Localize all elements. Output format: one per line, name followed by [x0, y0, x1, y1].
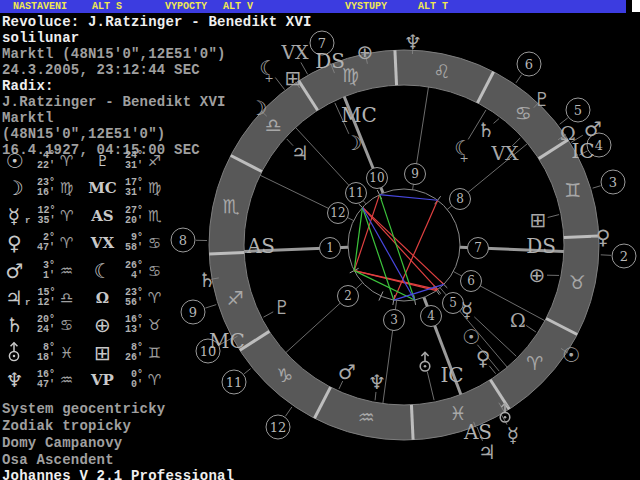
house-number-5: 5 — [449, 296, 457, 310]
radix-house-5: 5 — [574, 103, 582, 118]
house-number-2: 2 — [344, 289, 352, 303]
planet-neptune-icon: ♆ — [368, 370, 386, 394]
radix-house-leader — [593, 186, 601, 188]
radix-moon-icon: ☽ — [249, 96, 267, 120]
axis-label-ds: DS — [526, 234, 556, 258]
radix-venus-icon: ♀ — [596, 225, 611, 249]
house-number-6: 6 — [467, 274, 475, 288]
zodiac-taurus-icon: ♉ — [568, 271, 585, 293]
house-number-12: 12 — [330, 206, 345, 220]
planet-vx-icon: VX — [490, 142, 519, 164]
zodiac-sagittarius-icon: ♐ — [227, 287, 244, 309]
planet-mercury-icon: ☿ — [461, 298, 473, 322]
radix-house-leader — [601, 255, 611, 256]
radix-house-3: 3 — [609, 175, 617, 190]
radix-house-leader — [516, 75, 522, 83]
house-number-4: 4 — [427, 309, 435, 323]
radix-house-11: 11 — [226, 375, 243, 390]
planet-saturn-icon: ♄ — [477, 118, 495, 142]
radix-house-9: 9 — [189, 305, 197, 320]
radix-axis-mc: MC — [209, 329, 245, 353]
radix-house-12: 12 — [270, 420, 287, 435]
house-number-3: 3 — [390, 313, 398, 327]
radix-house-leader — [244, 369, 250, 374]
planet-fortune-icon: ⊕ — [529, 263, 546, 287]
house-number-9: 9 — [411, 167, 419, 181]
radix-pars-icon: ⊞ — [285, 66, 302, 90]
radix-house-leader — [205, 305, 216, 308]
sign-boundary — [209, 252, 244, 254]
zodiac-capricorn-icon: ♑ — [276, 364, 293, 386]
axis-label-as: AS — [246, 234, 275, 258]
radix-saturn-icon: ♄ — [198, 268, 216, 292]
radix-house-8: 8 — [179, 233, 187, 248]
planet-moon-icon: ☽ — [344, 131, 362, 155]
house-number-7: 7 — [474, 241, 482, 255]
zodiac-aries-icon: ♈ — [526, 352, 543, 374]
zodiac-cancer-icon: ♋ — [515, 102, 532, 124]
radix-pluto-icon: ♇ — [533, 88, 550, 110]
radix-house-6: 6 — [525, 57, 533, 72]
planet-mars-icon: ♂ — [338, 360, 356, 384]
planet-node-icon: Ω — [510, 309, 526, 331]
lilith-cross: + — [459, 152, 468, 165]
radix-sun-icon: ☉ — [562, 343, 580, 367]
zodiac-libra-icon: ♎ — [265, 114, 282, 136]
zodiac-ring-inner — [244, 85, 564, 405]
house-number-8: 8 — [456, 192, 464, 206]
radix-mars-icon: ♂ — [584, 117, 602, 141]
axis-label-ic: IC — [440, 363, 463, 387]
house-number-11: 11 — [348, 186, 363, 200]
chart-wheel: ♈♉♊♋♌♍♎♏♐♑♒♓23456789101112ASDSMCIC☉☽☿♀♂♃… — [0, 0, 640, 480]
zodiac-gemini-icon: ♊ — [564, 179, 581, 201]
planet-jupiter-icon: ♃ — [291, 141, 309, 165]
radix-planet-leader — [301, 62, 308, 74]
house-number-1: 1 — [326, 241, 334, 255]
radix-node-icon: Ω — [560, 122, 576, 144]
sign-boundary — [411, 405, 413, 440]
house-number-10: 10 — [369, 171, 384, 185]
radix-mercury-icon: ☿ — [507, 423, 519, 447]
zodiac-leo-icon: ♌ — [433, 60, 450, 82]
radix-axis-ds: DS — [315, 49, 345, 73]
planet-pars-icon: ⊞ — [530, 208, 547, 232]
zodiac-aquarius-icon: ♒ — [358, 406, 375, 428]
radix-house-2: 2 — [620, 249, 628, 264]
axis-label-mc: MC — [341, 103, 377, 127]
planet-pluto-icon: ♇ — [273, 296, 290, 318]
radix-neptune-icon: ♆ — [404, 30, 422, 54]
sign-boundary — [395, 50, 397, 85]
radix-vx-icon: VX — [280, 41, 309, 63]
zodiac-scorpio-icon: ♏ — [223, 195, 240, 217]
planet-venus-icon: ♀ — [476, 346, 491, 370]
radix-jupiter-icon: ♃ — [478, 440, 496, 464]
radix-house-leader — [285, 407, 291, 416]
lilith-cross: + — [264, 72, 273, 85]
app-window: NASTAVENI ALT S VYPOCTY ALT V VYSTUPY AL… — [0, 0, 640, 480]
radix-fortune-icon: ⊕ — [357, 40, 374, 64]
